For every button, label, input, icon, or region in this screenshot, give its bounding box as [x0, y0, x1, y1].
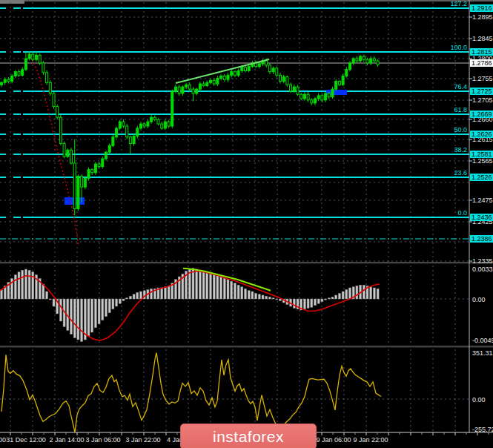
- fib-price-tag: 1.2916: [470, 4, 493, 12]
- price-axis-label: 1.2475: [472, 197, 493, 204]
- price-axis-label: 1.2895: [472, 13, 493, 21]
- fib-pct-label: 100.0: [415, 44, 467, 51]
- cci-axis-label: 351.3137: [472, 349, 493, 357]
- mt4-chart-window: 127.2100.076.461.850.038.223.60.0 1.2895…: [0, 0, 493, 448]
- cci-axis-label: -255.723: [472, 426, 493, 433]
- fib-price-tag: 1.2815: [470, 48, 493, 56]
- price-axis-label: 1.2335: [472, 257, 493, 265]
- price-axis-label: 1.2705: [472, 96, 493, 104]
- fib-price-tag: 1.2436: [470, 214, 493, 221]
- fib-pct-label: 0.0: [415, 209, 467, 217]
- current-price-tag: 1.2786: [470, 59, 493, 67]
- fib-pct-label: 61.8: [415, 106, 467, 113]
- fib-pct-label: 23.6: [415, 169, 467, 177]
- fib-price-tag: 1.2669: [470, 111, 493, 118]
- fib-pct-label: 50.0: [415, 126, 467, 134]
- price-axis-label: 1.2755: [472, 75, 493, 82]
- fib-price-tag: 1.2526: [470, 174, 493, 181]
- fib-pct-label: 38.2: [415, 146, 467, 154]
- macd-axis-label: -0.00495: [472, 337, 493, 344]
- fib-pct-label: 127.2: [415, 0, 467, 7]
- fib-pct-label: 76.4: [415, 83, 467, 90]
- chart-graphics[interactable]: [0, 0, 493, 448]
- logo-text: instaforex: [213, 428, 284, 446]
- instaforex-logo-watermark: instaforex: [180, 424, 317, 448]
- price-axis-label: 1.2845: [472, 35, 493, 42]
- macd-axis-label: 0.00: [472, 296, 486, 303]
- macd-axis-label: 0.00332: [472, 266, 493, 273]
- time-axis-label: 9 Jan 22:00: [340, 436, 402, 444]
- price-axis-label: 1.2565: [472, 157, 493, 165]
- fib-price-tag: 1.2626: [470, 131, 493, 138]
- fib-price-tag: 1.2581: [470, 151, 493, 158]
- support-price-tag: 1.2386: [470, 235, 493, 243]
- fib-price-tag: 1.2725: [470, 88, 493, 95]
- cci-axis-label: 0.00: [472, 396, 486, 403]
